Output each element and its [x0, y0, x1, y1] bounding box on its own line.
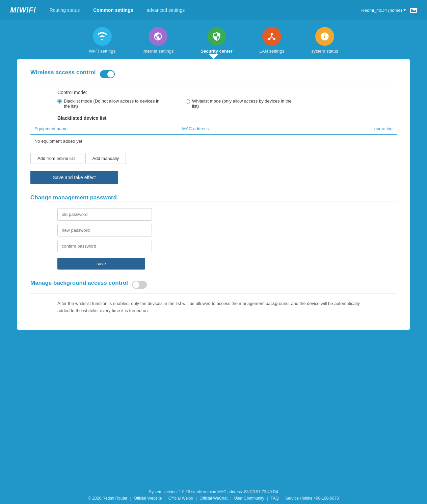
wireless-access-section: Wireless access control Control mode: Bl…: [30, 69, 397, 184]
toggle-knob: [107, 71, 114, 78]
footer-faq[interactable]: FAQ: [271, 496, 279, 501]
footer-copyright: © 2020 Redmi Router: [88, 496, 127, 501]
manage-bg-toggle-container: Manage background access control: [30, 280, 397, 290]
system-circle: [315, 27, 334, 46]
footer: System version: 1.0.16 stable version MA…: [0, 485, 427, 504]
footer-hotline[interactable]: Service Hotline 400-100-5678: [285, 496, 339, 501]
footer-official-wechat[interactable]: Official WeChat: [199, 496, 228, 501]
header-right: Redmi_40D4 (home): [361, 8, 417, 13]
nav-pointer-row: [0, 54, 427, 59]
nav-internet-settings[interactable]: Internet settings: [142, 27, 174, 54]
lan-icon: [267, 32, 276, 41]
save-password-button[interactable]: save: [57, 258, 145, 270]
password-fields: [57, 208, 152, 252]
save-effect-wrap: Save and take effect: [30, 171, 397, 184]
nav-lan-settings[interactable]: LAN settings: [260, 27, 285, 54]
wireless-toggle[interactable]: [100, 70, 115, 78]
wireless-toggle-container: Wireless access control: [30, 69, 397, 79]
nav-advanced-settings[interactable]: advanced settings: [146, 6, 185, 15]
add-online-button[interactable]: Add from online list: [30, 153, 82, 164]
manage-bg-section: Manage background access control After t…: [30, 280, 397, 314]
mail-icon[interactable]: [410, 8, 417, 13]
old-password-input[interactable]: [57, 208, 152, 221]
chevron-down-icon: [403, 9, 406, 11]
blacklist-option[interactable]: Blacklist mode (Do not allow access to d…: [57, 99, 165, 109]
device-selector[interactable]: Redmi_40D4 (home): [361, 8, 406, 13]
info-icon: [320, 32, 329, 41]
icon-nav-wrap: Wi-Fi settings Internet settings Securit…: [0, 20, 427, 59]
table-header-row: Equipment name MAC address operating: [30, 123, 397, 134]
section-divider-2: [30, 201, 397, 201]
footer-divider-2: |: [165, 496, 166, 501]
save-effect-button[interactable]: Save and take effect: [30, 171, 118, 184]
new-password-input[interactable]: [57, 224, 152, 236]
whitelist-option[interactable]: Whitelist mode (only allow access by dev…: [186, 99, 294, 109]
main-nav: Routing status Common settings advanced …: [50, 6, 362, 15]
footer-user-community[interactable]: User Community: [234, 496, 264, 501]
manage-bg-info: After the whitelist function is enabled,…: [57, 300, 370, 314]
manage-bg-toggle[interactable]: [132, 281, 147, 289]
system-label: system status: [311, 49, 338, 54]
col-mac: MAC address: [178, 123, 302, 134]
lan-circle: [262, 27, 281, 46]
footer-divider-5: |: [267, 496, 268, 501]
content-box: Wireless access control Control mode: Bl…: [17, 59, 410, 330]
footer-divider-6: |: [282, 496, 283, 501]
main-content: Wireless access control Control mode: Bl…: [0, 59, 427, 485]
wifi-circle: [93, 27, 112, 46]
nav-common-settings[interactable]: Common settings: [93, 6, 133, 15]
shield-icon: [212, 32, 221, 41]
security-label: Security center: [201, 49, 233, 54]
nav-wifi-settings[interactable]: Wi-Fi settings: [89, 27, 115, 54]
control-mode-label: Control mode:: [57, 90, 370, 95]
nav-system-status[interactable]: system status: [311, 27, 338, 54]
whitelist-label: Whitelist mode (only allow access by dev…: [192, 99, 294, 109]
nav-pointer: [209, 54, 218, 59]
control-mode-wrap: Control mode: Blacklist mode (Do not all…: [57, 90, 370, 109]
internet-circle: [149, 27, 167, 46]
device-name: Redmi_40D4 (home): [361, 8, 402, 13]
footer-divider-4: |: [230, 496, 231, 501]
footer-official-weibo[interactable]: Official Weibo: [168, 496, 193, 501]
radio-options: Blacklist mode (Do not allow access to d…: [57, 99, 370, 109]
logo: MiWiFi: [10, 6, 36, 15]
no-equipment-row: No equipment added yet: [30, 134, 397, 148]
password-title: Change management password: [30, 194, 117, 201]
wifi-icon: [98, 32, 107, 41]
footer-official-website[interactable]: Official Website: [134, 496, 162, 501]
device-list-table: Equipment name MAC address operating No …: [30, 123, 397, 148]
whitelist-radio[interactable]: [186, 99, 190, 104]
security-circle: [207, 27, 226, 46]
password-section: Change management password save: [30, 194, 397, 270]
globe-icon: [153, 32, 163, 41]
confirm-password-input[interactable]: [57, 240, 152, 252]
section-divider-1: [30, 83, 397, 83]
footer-divider-1: |: [130, 496, 131, 501]
header: MiWiFi Routing status Common settings ad…: [0, 0, 427, 20]
internet-label: Internet settings: [142, 49, 174, 54]
manage-bg-toggle-knob: [133, 281, 139, 288]
col-operating: operating: [302, 123, 397, 134]
no-equipment-msg: No equipment added yet: [30, 134, 397, 148]
section-divider-3: [30, 293, 397, 293]
nav-routing-status[interactable]: Routing status: [50, 6, 80, 15]
icon-nav: Wi-Fi settings Internet settings Securit…: [0, 20, 427, 54]
device-list-title: Blacklisted device list: [57, 115, 370, 121]
col-equipment: Equipment name: [30, 123, 178, 134]
footer-links: © 2020 Redmi Router | Official Website |…: [0, 496, 427, 501]
save-password-wrap: save: [57, 258, 370, 270]
footer-divider-3: |: [196, 496, 197, 501]
wireless-title: Wireless access control: [30, 69, 96, 76]
manage-bg-title: Manage background access control: [30, 280, 128, 286]
blacklist-label: Blacklist mode (Do not allow access to d…: [64, 99, 165, 109]
add-manually-button[interactable]: Add manually: [85, 153, 126, 164]
nav-security-center[interactable]: Security center: [201, 27, 233, 54]
blacklist-radio[interactable]: [57, 99, 62, 104]
wifi-label: Wi-Fi settings: [89, 49, 115, 54]
footer-version: System version: 1.0.16 stable version MA…: [0, 489, 427, 494]
pointer-triangle: [209, 54, 218, 59]
add-buttons: Add from online list Add manually: [30, 153, 397, 164]
lan-label: LAN settings: [260, 49, 285, 54]
